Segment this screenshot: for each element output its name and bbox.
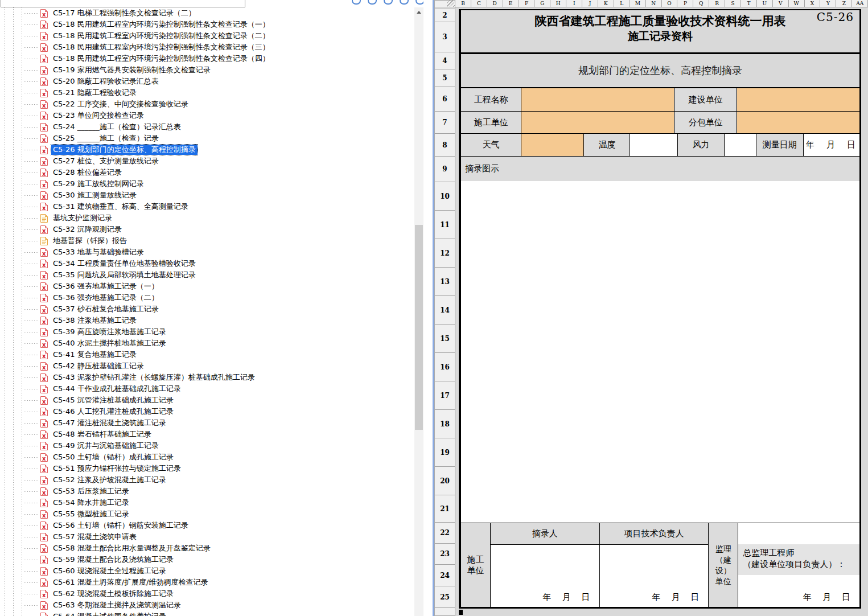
column-header[interactable]: B bbox=[455, 0, 471, 7]
recorder-sign-cell[interactable]: 年 月 日 bbox=[491, 545, 599, 607]
tree-item[interactable]: xC5-43 泥浆护壁钻孔灌注（长螺旋压灌）桩基础成孔施工记录 bbox=[0, 372, 414, 383]
row-header[interactable]: 17 bbox=[434, 381, 455, 410]
tree-item[interactable]: xC5-61 混凝土坍落度/扩展度/维勃稠度检查记录 bbox=[0, 577, 414, 588]
tree-item[interactable]: xC5-18 民用建筑工程室内环境污染控制强制性条文检查记录（四） bbox=[0, 53, 414, 64]
tree-item[interactable]: xC5-17 电梯工程强制性条文检查记录（二） bbox=[0, 7, 414, 19]
tree-item[interactable]: xC5-26 规划部门的定位坐标、高程控制摘录 bbox=[0, 144, 414, 155]
row-header[interactable] bbox=[434, 608, 455, 616]
tree-item[interactable]: xC5-63 冬期混凝土搅拌及浇筑测温记录 bbox=[0, 599, 414, 611]
row-header[interactable]: 24 bbox=[434, 565, 455, 586]
row-header[interactable]: 15 bbox=[434, 325, 455, 353]
weather-cell[interactable] bbox=[521, 134, 584, 156]
tree-item[interactable]: xC5-30 施工测量放线记录 bbox=[0, 190, 414, 201]
tree-item[interactable]: xC5-28 桩位偏差记录 bbox=[0, 167, 414, 178]
column-header[interactable]: Y bbox=[820, 0, 836, 7]
tree-item[interactable]: xC5-58 混凝土配合比用水量调整及开盘鉴定记录 bbox=[0, 543, 414, 554]
row-header[interactable]: 16 bbox=[434, 353, 455, 381]
tree-item[interactable]: xC5-25 ______施工（检查）记录 bbox=[0, 133, 414, 144]
row-header[interactable]: 20 bbox=[434, 467, 455, 495]
tree-item[interactable]: xC5-22 工序交接、中间交接检查验收记录 bbox=[0, 98, 414, 110]
row-header[interactable]: 22 bbox=[434, 523, 455, 544]
refresh-icon[interactable] bbox=[416, 0, 423, 5]
row-header[interactable]: 7 bbox=[434, 112, 455, 134]
tree-item[interactable]: xC5-18 民用建筑工程室内环境污染控制强制性条文检查记录（二） bbox=[0, 30, 414, 42]
chief-supervisor-sign-cell[interactable]: 总监理工程师 （建设单位项目负责人）： 年 月 日 bbox=[738, 523, 859, 607]
column-header[interactable]: K bbox=[598, 0, 614, 7]
row-header[interactable]: 19 bbox=[434, 438, 455, 467]
column-header[interactable]: O bbox=[662, 0, 678, 7]
tree-item[interactable]: xC5-31 建筑物垂直、标高、全高测量记录 bbox=[0, 201, 414, 212]
row-header[interactable]: 5 bbox=[434, 69, 455, 87]
row-header[interactable]: 9 bbox=[434, 157, 455, 182]
owner-unit-cell[interactable] bbox=[737, 88, 859, 111]
tree-item[interactable]: xC5-47 灌注桩混凝土浇筑施工记录 bbox=[0, 417, 414, 429]
tree-item[interactable]: xC5-38 注浆地基施工记录 bbox=[0, 315, 414, 326]
tree-item[interactable]: xC5-64 混凝土试件同条件养护记录 bbox=[0, 611, 414, 616]
column-header[interactable]: U bbox=[757, 0, 773, 7]
nav-arrow-icon[interactable] bbox=[384, 0, 393, 5]
tree-item[interactable]: xC5-24 ______施工（检查）记录汇总表 bbox=[0, 121, 414, 133]
row-header[interactable]: 18 bbox=[434, 410, 455, 438]
row-header[interactable]: 23 bbox=[434, 544, 455, 565]
column-header[interactable]: R bbox=[709, 0, 725, 7]
row-header[interactable]: 13 bbox=[434, 268, 455, 296]
tree-item[interactable]: xC5-23 单位间交接检查记录 bbox=[0, 110, 414, 121]
tree-item[interactable]: xC5-21 隐蔽工程验收记录 bbox=[0, 87, 414, 98]
tree-item[interactable]: xC5-20 隐蔽工程验收记录汇总表 bbox=[0, 76, 414, 87]
column-header[interactable]: AA bbox=[852, 0, 868, 7]
tree-item[interactable]: xC5-41 复合地基施工记录 bbox=[0, 349, 414, 360]
tree-item[interactable]: xC5-53 后压浆施工记录 bbox=[0, 486, 414, 497]
column-header[interactable]: F bbox=[519, 0, 535, 7]
row-header[interactable]: 2 bbox=[434, 9, 455, 22]
row-header[interactable]: 6 bbox=[434, 87, 455, 112]
tree-item[interactable]: xC5-45 沉管灌注桩基础成孔施工记录 bbox=[0, 395, 414, 406]
column-header[interactable]: H bbox=[550, 0, 566, 7]
column-header[interactable]: C bbox=[471, 0, 487, 7]
tree-item[interactable]: xC5-52 注浆及护坡混凝土施工记录 bbox=[0, 474, 414, 486]
row-header[interactable]: 12 bbox=[434, 239, 455, 268]
row-header[interactable]: 4 bbox=[434, 52, 455, 69]
column-header[interactable]: J bbox=[582, 0, 598, 7]
sketch-area-cell[interactable]: 摘录图示 bbox=[461, 157, 859, 523]
tree-item[interactable]: xC5-39 高压旋喷注浆地基施工记录 bbox=[0, 326, 414, 338]
column-header[interactable]: W bbox=[789, 0, 805, 7]
tree-item[interactable]: xC5-62 现浇混凝土模板拆除施工记录 bbox=[0, 588, 414, 599]
tree-item[interactable]: xC5-50 土钉墙（锚杆）成孔施工记录 bbox=[0, 451, 414, 463]
tree-item[interactable]: xC5-42 静压桩基础施工记录 bbox=[0, 360, 414, 372]
tree-item[interactable]: xC5-18 民用建筑工程室内环境污染控制强制性条文检查记录（三） bbox=[0, 42, 414, 53]
temperature-cell[interactable] bbox=[630, 134, 678, 156]
search-input[interactable] bbox=[1, 0, 245, 7]
column-header[interactable]: N bbox=[646, 0, 662, 7]
tree-item[interactable]: xC5-59 混凝土配合比及浇筑施工记录 bbox=[0, 554, 414, 565]
column-header[interactable]: Z bbox=[836, 0, 852, 7]
filter-icon[interactable] bbox=[400, 0, 409, 5]
tech-lead-sign-cell[interactable]: 年 月 日 bbox=[600, 545, 709, 607]
tree-item[interactable]: xC5-48 岩石锚杆基础施工记录 bbox=[0, 429, 414, 440]
select-all-corner[interactable] bbox=[434, 0, 455, 7]
row-header[interactable]: 8 bbox=[434, 134, 455, 157]
magnifier-icon[interactable] bbox=[352, 0, 361, 5]
tree-item[interactable]: xC5-29 施工放线控制网记录 bbox=[0, 178, 414, 190]
column-header[interactable]: G bbox=[534, 0, 550, 7]
tree-item[interactable]: xC5-56 土钉墙（锚杆）钢筋安装施工记录 bbox=[0, 520, 414, 531]
tree-item[interactable]: xC5-46 人工挖孔灌注桩成孔施工记录 bbox=[0, 406, 414, 417]
scroll-up-arrow-icon[interactable] bbox=[414, 7, 423, 17]
row-header[interactable]: 11 bbox=[434, 211, 455, 239]
tree-item[interactable]: xC5-54 降水井施工记录 bbox=[0, 497, 414, 508]
tree-item[interactable]: xC5-36 强夯地基施工记录（二） bbox=[0, 292, 414, 303]
builder-unit-cell[interactable] bbox=[521, 112, 674, 133]
wind-cell[interactable] bbox=[725, 134, 756, 156]
tree-item[interactable]: xC5-44 干作业成孔桩基础成孔施工记录 bbox=[0, 383, 414, 395]
column-header[interactable]: M bbox=[630, 0, 646, 7]
tree-item[interactable]: xC5-33 地基与基础验槽记录 bbox=[0, 247, 414, 258]
column-header[interactable]: X bbox=[805, 0, 821, 7]
row-header[interactable]: 14 bbox=[434, 296, 455, 325]
tree-item[interactable]: xC5-40 水泥土搅拌桩地基施工记录 bbox=[0, 338, 414, 349]
tree-scrollbar-thumb[interactable] bbox=[415, 225, 423, 430]
row-header[interactable]: 10 bbox=[434, 182, 455, 211]
column-header[interactable]: S bbox=[725, 0, 741, 7]
row-header[interactable]: 21 bbox=[434, 495, 455, 523]
tree-item[interactable]: xC5-32 沉降观测记录 bbox=[0, 224, 414, 235]
row-header[interactable]: 3 bbox=[434, 22, 455, 52]
tree-item[interactable]: 地基普探（钎探）报告 bbox=[0, 235, 414, 247]
